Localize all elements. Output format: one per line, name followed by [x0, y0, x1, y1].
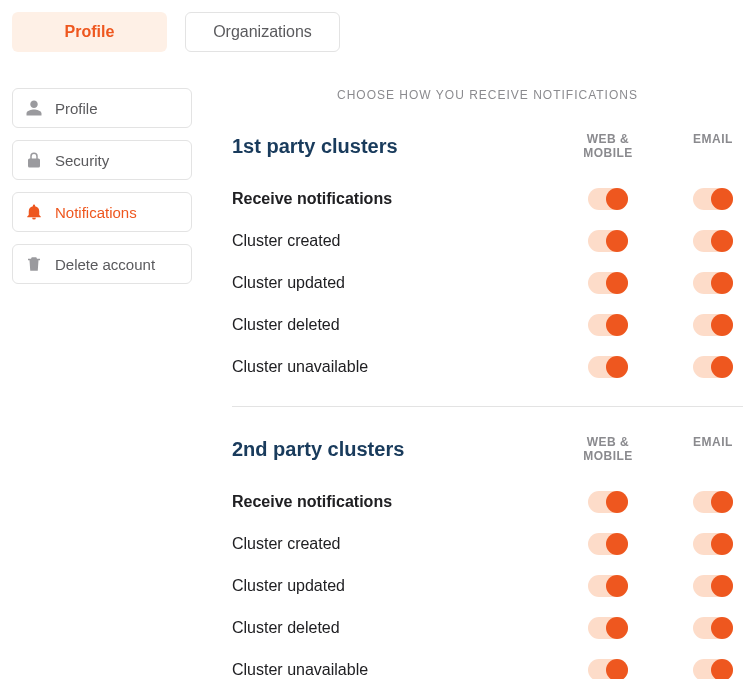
sidebar-item-security[interactable]: Security [12, 140, 192, 180]
group-2nd-party: 2nd party clusters WEB & MOBILE EMAIL Re… [232, 435, 743, 679]
sidebar-item-label: Security [55, 152, 109, 169]
notification-row: Cluster updated [232, 565, 743, 607]
toggle-web[interactable] [588, 314, 628, 336]
row-label: Cluster unavailable [232, 661, 368, 679]
toggle-email[interactable] [693, 188, 733, 210]
toggle-web[interactable] [588, 356, 628, 378]
page-subtitle: CHOOSE HOW YOU RECEIVE NOTIFICATIONS [232, 88, 743, 102]
toggle-email[interactable] [693, 659, 733, 679]
toggle-web[interactable] [588, 659, 628, 679]
col-header-web: WEB & MOBILE [563, 132, 653, 160]
sidebar-item-label: Delete account [55, 256, 155, 273]
notification-row: Cluster deleted [232, 607, 743, 649]
notification-row: Receive notifications [232, 178, 743, 220]
col-header-web: WEB & MOBILE [563, 435, 653, 463]
row-label: Cluster updated [232, 274, 345, 292]
row-label: Cluster created [232, 232, 341, 250]
notification-row: Receive notifications [232, 481, 743, 523]
user-icon [25, 99, 43, 117]
divider [232, 406, 743, 407]
notification-row: Cluster unavailable [232, 346, 743, 388]
row-label: Cluster unavailable [232, 358, 368, 376]
bell-icon [25, 203, 43, 221]
row-label: Cluster updated [232, 577, 345, 595]
sidebar-item-label: Profile [55, 100, 98, 117]
trash-icon [25, 255, 43, 273]
sidebar-item-delete-account[interactable]: Delete account [12, 244, 192, 284]
notification-row: Cluster created [232, 220, 743, 262]
tab-label: Organizations [213, 23, 312, 41]
row-label: Cluster deleted [232, 316, 340, 334]
main: CHOOSE HOW YOU RECEIVE NOTIFICATIONS 1st… [232, 88, 743, 679]
lock-icon [25, 151, 43, 169]
row-label: Cluster deleted [232, 619, 340, 637]
toggle-web[interactable] [588, 533, 628, 555]
column-headers: WEB & MOBILE EMAIL [563, 132, 743, 160]
sidebar: Profile Security Notifications Delete ac… [12, 88, 192, 679]
toggle-email[interactable] [693, 533, 733, 555]
row-label: Cluster created [232, 535, 341, 553]
toggle-web[interactable] [588, 575, 628, 597]
toggle-web[interactable] [588, 272, 628, 294]
toggle-email[interactable] [693, 314, 733, 336]
toggle-email[interactable] [693, 491, 733, 513]
tab-label: Profile [65, 23, 115, 41]
tab-profile[interactable]: Profile [12, 12, 167, 52]
sidebar-item-label: Notifications [55, 204, 137, 221]
col-header-email: EMAIL [683, 435, 743, 463]
toggle-web[interactable] [588, 491, 628, 513]
sidebar-item-profile[interactable]: Profile [12, 88, 192, 128]
notification-row: Cluster created [232, 523, 743, 565]
group-title: 1st party clusters [232, 135, 398, 158]
toggle-email[interactable] [693, 356, 733, 378]
toggle-email[interactable] [693, 575, 733, 597]
toggle-email[interactable] [693, 617, 733, 639]
toggle-web[interactable] [588, 230, 628, 252]
notification-row: Cluster updated [232, 262, 743, 304]
group-title: 2nd party clusters [232, 438, 404, 461]
row-label: Receive notifications [232, 493, 392, 511]
notification-row: Cluster deleted [232, 304, 743, 346]
tab-organizations[interactable]: Organizations [185, 12, 340, 52]
toggle-web[interactable] [588, 188, 628, 210]
toggle-email[interactable] [693, 230, 733, 252]
row-label: Receive notifications [232, 190, 392, 208]
toggle-email[interactable] [693, 272, 733, 294]
top-tabs: Profile Organizations [12, 12, 743, 52]
toggle-web[interactable] [588, 617, 628, 639]
notification-row: Cluster unavailable [232, 649, 743, 679]
sidebar-item-notifications[interactable]: Notifications [12, 192, 192, 232]
column-headers: WEB & MOBILE EMAIL [563, 435, 743, 463]
group-1st-party: 1st party clusters WEB & MOBILE EMAIL Re… [232, 132, 743, 388]
col-header-email: EMAIL [683, 132, 743, 160]
